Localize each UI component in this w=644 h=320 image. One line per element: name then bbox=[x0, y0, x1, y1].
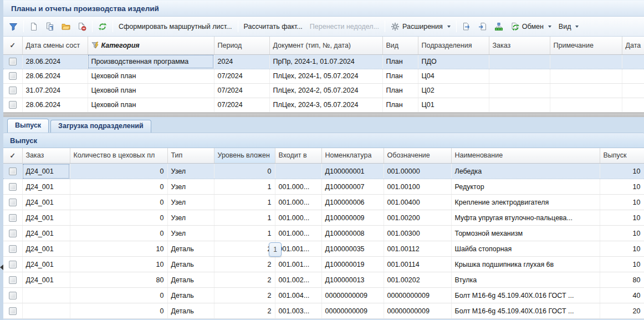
cell-order[interactable] bbox=[489, 83, 550, 98]
row-checkbox-cell[interactable] bbox=[3, 241, 22, 257]
row-checkbox[interactable] bbox=[9, 292, 17, 299]
cell-output[interactable]: 10 bbox=[600, 179, 644, 195]
table-row[interactable]: Д24_00180Деталь2001.002...Д100000013001.… bbox=[3, 272, 644, 288]
cell-nomen[interactable]: Д100000009 bbox=[321, 210, 384, 226]
column-header-period[interactable]: Период bbox=[214, 37, 269, 54]
route-list-button[interactable]: Сформировать маршрутный лист... bbox=[115, 21, 236, 32]
cell-type[interactable]: Деталь bbox=[167, 288, 214, 303]
cell-desig[interactable]: 001.00200 bbox=[384, 210, 451, 226]
cell-kind[interactable]: План bbox=[382, 83, 418, 98]
cell-output[interactable]: 10 bbox=[600, 241, 644, 257]
extensions-button[interactable]: Расширения bbox=[387, 21, 454, 33]
column-header-parent[interactable]: Входит в bbox=[275, 148, 321, 164]
column-header-date[interactable]: Дата смены сост bbox=[22, 37, 88, 54]
cell-nomen[interactable]: Д100000035 bbox=[321, 241, 384, 257]
table-row[interactable]: 28.06.2024Цеховой план07/2024ПлЦех, 2024… bbox=[3, 98, 644, 112]
cell-order[interactable]: Д24_001 bbox=[22, 164, 70, 179]
cell-date[interactable]: 28.06.2024 bbox=[22, 69, 88, 83]
cell-dept[interactable]: ПДО bbox=[418, 54, 489, 69]
cell-qty[interactable]: 10 bbox=[70, 257, 167, 272]
table-row[interactable]: Д24_0010Узел1001.000...Д100000008001.003… bbox=[3, 226, 644, 241]
cell-name[interactable]: Тормозной механизм bbox=[451, 226, 600, 241]
cell-date2[interactable] bbox=[622, 83, 644, 98]
cell-parent[interactable]: 001.001... bbox=[275, 241, 321, 257]
cell-level[interactable]: 1 bbox=[214, 226, 275, 241]
cell-nomen[interactable]: Д100000001 bbox=[321, 164, 384, 179]
cell-level[interactable]: 2 bbox=[214, 257, 275, 272]
column-header-type[interactable]: Тип bbox=[167, 148, 214, 164]
column-header-name[interactable]: Наименование bbox=[451, 148, 600, 164]
cell-note[interactable] bbox=[550, 69, 622, 83]
table-row[interactable]: 28.06.2024Производственная программа2024… bbox=[3, 54, 644, 69]
cell-qty[interactable]: 0 bbox=[70, 226, 167, 241]
cell-order[interactable]: Д24_001 bbox=[22, 257, 70, 272]
row-checkbox-cell[interactable] bbox=[3, 288, 22, 303]
row-checkbox-cell[interactable] bbox=[3, 272, 22, 288]
cell-type[interactable]: Деталь bbox=[167, 272, 214, 288]
cell-desig[interactable]: 001.00112 bbox=[384, 241, 451, 257]
cell-note[interactable] bbox=[550, 54, 622, 69]
structure-button[interactable] bbox=[491, 21, 507, 33]
cell-output[interactable]: 10 bbox=[600, 195, 644, 210]
cell-type[interactable]: Деталь bbox=[167, 241, 214, 257]
cell-date[interactable]: 31.07.2024 bbox=[22, 83, 88, 98]
cell-date2[interactable] bbox=[622, 54, 644, 69]
cell-level[interactable]: 0 bbox=[214, 164, 275, 179]
cell-name[interactable]: Втулка bbox=[451, 272, 600, 288]
cell-desig[interactable]: 001.00000 bbox=[384, 164, 451, 179]
table-row[interactable]: Д24_0010Узел1001.000...Д100000007001.001… bbox=[3, 179, 644, 195]
cell-nomen[interactable]: Д100000019 bbox=[321, 257, 384, 272]
cell-category[interactable]: Цеховой план bbox=[88, 83, 214, 98]
filter-button[interactable] bbox=[6, 21, 21, 33]
row-checkbox-cell[interactable] bbox=[3, 210, 22, 226]
cell-type[interactable]: Узел bbox=[167, 226, 214, 241]
cell-output[interactable]: 10 bbox=[600, 257, 644, 272]
splitter-collapse-arrow[interactable] bbox=[0, 265, 3, 270]
cell-doc[interactable]: ПлЦех, 2024-2, 05.07.2024 bbox=[269, 83, 382, 98]
refresh-button[interactable] bbox=[95, 21, 110, 33]
tab-vypusk[interactable]: Выпуск bbox=[7, 119, 49, 133]
exchange-button[interactable]: Обмен bbox=[507, 21, 555, 33]
cell-nomen[interactable]: Д100000006 bbox=[321, 195, 384, 210]
cell-nomen[interactable]: 00000000009 bbox=[321, 288, 384, 303]
column-header-nomen[interactable]: Номенклатура bbox=[321, 148, 384, 164]
cell-dept[interactable]: Ц02 bbox=[418, 83, 489, 98]
table-row[interactable]: 0Деталь2001.003...0000000000900000000009… bbox=[3, 303, 644, 319]
column-header-check[interactable]: ✓ bbox=[3, 37, 22, 54]
tab-zagruzka-podrazdelenij[interactable]: Загрузка подразделений bbox=[50, 120, 151, 133]
row-checkbox-cell[interactable] bbox=[3, 257, 22, 272]
cell-order[interactable] bbox=[489, 69, 550, 83]
cell-name[interactable]: Редуктор bbox=[451, 179, 600, 195]
row-checkbox[interactable] bbox=[9, 101, 17, 109]
cell-output[interactable]: 10 bbox=[600, 226, 644, 241]
cell-nomen[interactable]: Д100000007 bbox=[321, 179, 384, 195]
horizontal-scrollbar[interactable] bbox=[3, 113, 644, 117]
create-button[interactable] bbox=[26, 21, 42, 33]
cell-parent[interactable]: 001.000... bbox=[275, 195, 321, 210]
cell-kind[interactable]: План bbox=[382, 54, 418, 69]
view-button[interactable]: Вид bbox=[555, 21, 582, 32]
cell-level[interactable]: 2 bbox=[214, 303, 275, 319]
cell-order[interactable]: Д24_001 bbox=[22, 195, 70, 210]
cell-desig[interactable]: 00000000009 bbox=[384, 288, 451, 303]
cell-parent[interactable]: 001.000... bbox=[275, 226, 321, 241]
copy-button[interactable] bbox=[42, 21, 58, 33]
column-header-date2[interactable]: Дата bbox=[622, 37, 644, 54]
row-checkbox[interactable] bbox=[9, 276, 17, 284]
cell-period[interactable]: 07/2024 bbox=[214, 98, 269, 112]
cell-order[interactable]: Д24_001 bbox=[22, 226, 70, 241]
cell-type[interactable]: Деталь bbox=[167, 303, 214, 319]
cell-level[interactable]: 1 bbox=[214, 195, 275, 210]
table-row[interactable]: Д24_0010Узел1001.000...Д100000009001.002… bbox=[3, 210, 644, 226]
cell-output[interactable]: 20 bbox=[600, 303, 644, 319]
column-header-output[interactable]: Выпуск bbox=[600, 148, 644, 164]
cell-parent[interactable]: 001.004... bbox=[275, 288, 321, 303]
cell-name[interactable]: Муфта упругая втулочно-пальцева... bbox=[451, 210, 600, 226]
cell-date2[interactable] bbox=[622, 98, 644, 112]
column-header-check[interactable]: ✓ bbox=[3, 148, 22, 164]
table-row[interactable]: 28.06.2024Цеховой план07/2024ПлЦех, 2024… bbox=[3, 69, 644, 83]
cell-parent[interactable]: 001.000... bbox=[275, 179, 321, 195]
cell-desig[interactable]: 001.00400 bbox=[384, 195, 451, 210]
cell-qty[interactable]: 0 bbox=[70, 303, 167, 319]
row-checkbox-cell[interactable] bbox=[3, 83, 22, 98]
